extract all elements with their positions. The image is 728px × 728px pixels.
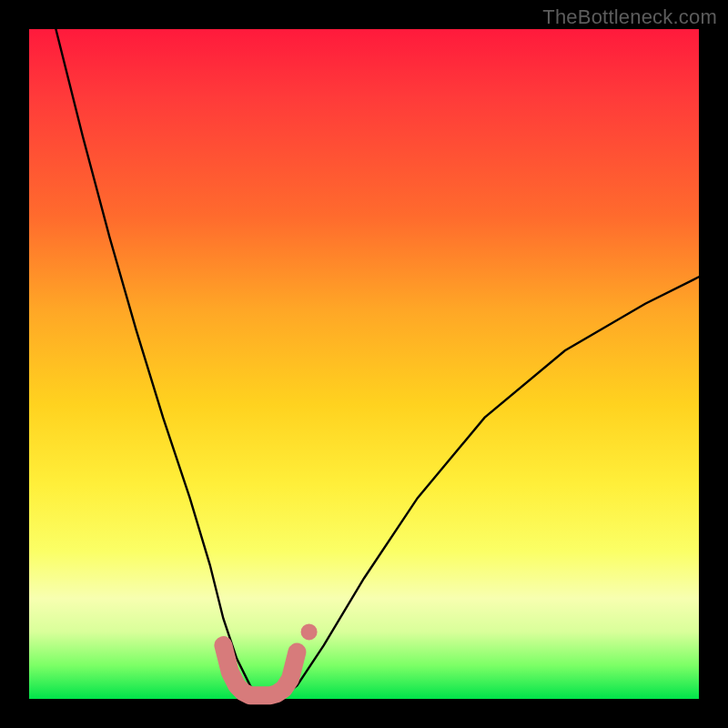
watermark-text: TheBottleneck.com — [542, 5, 717, 29]
floor-highlight-end-dot — [301, 623, 318, 640]
floor-highlight-path — [223, 645, 297, 695]
chart-frame: TheBottleneck.com — [0, 0, 728, 728]
chart-svg — [29, 29, 699, 699]
bottleneck-curve-path — [56, 29, 699, 695]
chart-plot-area — [29, 29, 699, 699]
